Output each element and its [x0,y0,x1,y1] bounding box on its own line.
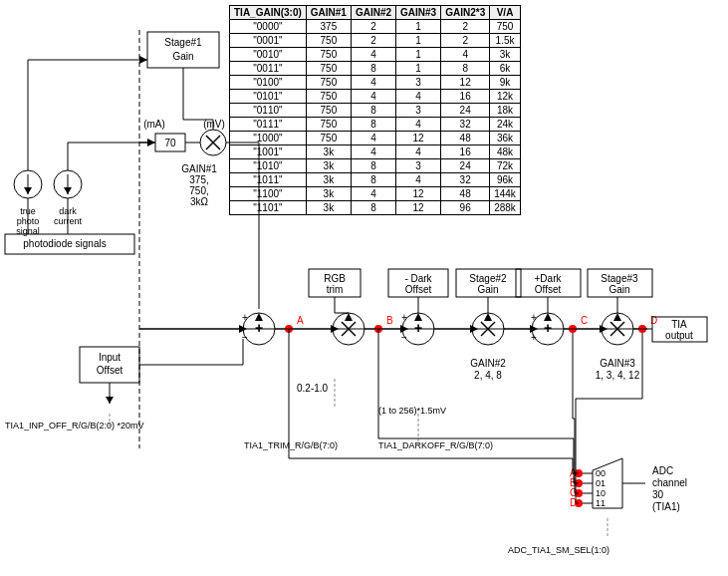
range-256-label: (1 to 256)*1.5mV [378,406,446,416]
main-container: TIA_GAIN(3:0) GAIN#1 GAIN#2 GAIN#3 GAIN2… [0,0,728,576]
dark-offset-plus-label2: Offset [535,284,562,295]
circuit-diagram: photodiode signals true photo signal dar… [0,0,728,576]
adder3-symbol: + [544,320,552,336]
svg-marker-97 [544,313,552,321]
ma-label: (mA) [143,119,165,130]
stage3-gain-label2: Gain [608,284,629,295]
dark-offset-minus-label2: Offset [405,284,432,295]
photodiode-label: photodiode signals [23,238,106,249]
gain1-val2: 750, [189,185,208,196]
stage2-gain-label2: Gain [477,284,498,295]
svg-marker-94 [345,313,353,321]
gain1-val1: 375, [189,174,208,185]
svg-marker-3 [24,187,32,194]
adc-channel-label3: 30 [652,489,664,500]
svg-marker-101 [331,325,339,333]
adc-channel-label4: (TIA1) [652,501,680,512]
gain3-values: 1, 3, 4, 12 [596,370,640,381]
rgb-trim-label2: trim [327,284,344,295]
svg-marker-105 [600,325,607,333]
adc-channel-label2: channel [652,477,687,488]
gain2-values: 2, 4, 8 [474,370,502,381]
adc-sel-label: ADC_TIA1_SM_SEL(1:0) [508,545,609,555]
adder3-plus: + [531,312,537,323]
rgb-trim-label: RGB [324,273,346,284]
svg-marker-95 [414,313,422,321]
svg-marker-108 [139,56,147,64]
adc-channel-label: ADC [652,465,673,476]
svg-marker-96 [484,313,492,321]
adder2-symbol: + [414,320,422,336]
svg-marker-111 [147,139,155,146]
tia1-trim-label: TIA1_TRIM_R/G/B(7:0) [244,440,338,450]
stage2-gain-label: Stage#2 [469,273,507,284]
gain1-label: GAIN#1 [181,163,217,174]
input-offset-label: Input [99,352,121,363]
adder2-plus: + [401,312,407,323]
resistor-70: 70 [164,138,176,148]
dark-offset-minus-label: - Dark [404,273,432,284]
range-02-label: 0.2-1.0 [297,383,329,394]
tia-output-label2: output [665,330,693,341]
tia1-dark-label: TIA1_DARKOFF_R/G/B(7:0) [378,440,493,450]
gain3-label: GAIN#3 [600,358,635,369]
stage1-gain-label: Gain [172,51,193,62]
stage3-gain-label: Stage#3 [601,273,638,284]
point-a-label: A [297,315,304,326]
mv-label: (mV) [203,119,225,130]
svg-marker-93 [255,313,263,321]
svg-marker-103 [470,325,478,333]
svg-marker-6 [64,187,72,194]
dark-offset-plus-label: +Dark [535,273,563,284]
tia-output-label: TIA [671,319,687,330]
input-offset-label2: Offset [97,365,123,376]
point-c-label: C [581,315,588,326]
adder3-plus2: + [531,332,537,343]
svg-marker-98 [613,313,621,321]
adder1-plus: + [242,312,248,323]
mux-01: 01 [596,478,606,488]
gain1-val3: 3kΩ [190,196,209,207]
tia1-inp-label: TIA1_INP_OFF_R/G/B(2:0) *20mV [5,421,144,431]
mux-11: 11 [596,498,606,508]
gain2-label: GAIN#2 [470,358,506,369]
adder1-symbol: + [255,320,263,336]
adder2-minus: − [401,332,407,343]
mux-10: 10 [596,488,606,498]
svg-marker-28 [106,397,114,404]
stage1-label: Stage#1 [164,37,202,48]
point-b-label: B [386,315,393,326]
mux-00: 00 [596,468,606,478]
